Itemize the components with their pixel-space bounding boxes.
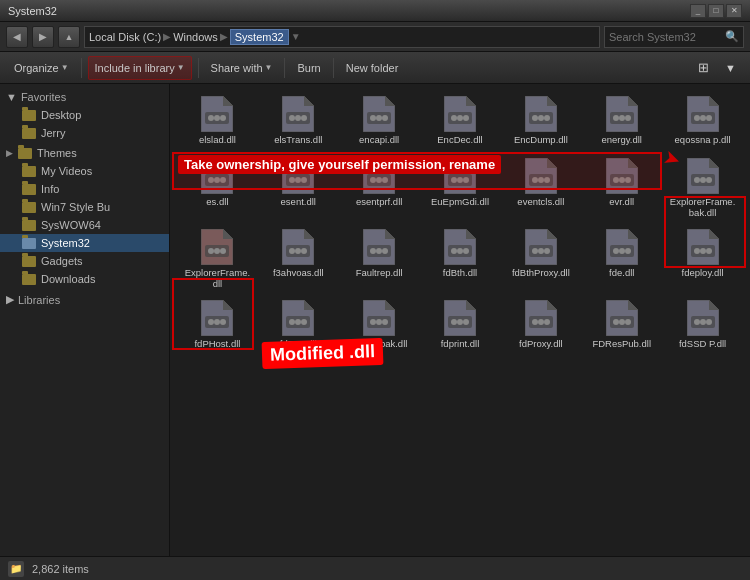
- svg-point-123: [694, 248, 700, 254]
- sidebar-item-downloads[interactable]: Downloads: [0, 270, 169, 288]
- svg-marker-97: [385, 229, 395, 239]
- list-item[interactable]: es.dll: [178, 154, 257, 223]
- title-bar: System32 _ □ ✕: [0, 0, 750, 22]
- svg-point-71: [544, 177, 550, 183]
- list-item[interactable]: fdprint.dll: [421, 296, 500, 356]
- svg-point-130: [214, 319, 220, 325]
- svg-point-136: [295, 319, 301, 325]
- list-item[interactable]: eqossna p.dll: [663, 92, 742, 152]
- sidebar-item-desktop[interactable]: Desktop: [0, 106, 169, 124]
- svg-point-15: [370, 115, 376, 121]
- close-button[interactable]: ✕: [726, 4, 742, 18]
- list-item[interactable]: EuEpmGdi.dll: [421, 154, 500, 223]
- folder-icon: [22, 110, 36, 121]
- svg-point-165: [694, 319, 700, 325]
- sidebar-item-win7style[interactable]: Win7 Style Bu: [0, 198, 169, 216]
- sidebar-item-themes[interactable]: ▶ Themes: [0, 144, 169, 162]
- svg-point-34: [619, 115, 625, 121]
- view-toggle-button[interactable]: ⊞: [692, 56, 715, 80]
- breadcrumb-windows[interactable]: Windows: [173, 31, 218, 43]
- dll-icon: [444, 300, 476, 336]
- breadcrumb-localdisk[interactable]: Local Disk (C:): [89, 31, 161, 43]
- list-item[interactable]: fdPHost.dll: [178, 296, 257, 356]
- list-item[interactable]: evr.dll: [582, 154, 661, 223]
- list-item[interactable]: esent.dll: [259, 154, 338, 223]
- libraries-header[interactable]: ▶ Libraries: [0, 290, 169, 309]
- search-box[interactable]: 🔍: [604, 26, 744, 48]
- dll-icon: [282, 158, 314, 194]
- sidebar-item-system32[interactable]: System32: [0, 234, 169, 252]
- dll-icon: [606, 96, 638, 132]
- list-item[interactable]: fde.dll: [582, 225, 661, 294]
- minimize-button[interactable]: _: [690, 4, 706, 18]
- list-item[interactable]: elslad.dll: [178, 92, 257, 152]
- svg-point-95: [301, 248, 307, 254]
- svg-point-11: [301, 115, 307, 121]
- svg-point-35: [625, 115, 631, 121]
- toolbar-separator-3: [284, 58, 285, 78]
- dll-icon: [201, 158, 233, 194]
- burn-button[interactable]: Burn: [291, 56, 326, 80]
- list-item[interactable]: fdprint.bak.dll: [340, 296, 419, 356]
- list-item[interactable]: fdPnp.dll: [259, 296, 338, 356]
- list-item[interactable]: elsTrans.dll: [259, 92, 338, 152]
- dll-icon: [201, 300, 233, 336]
- svg-point-82: [700, 177, 706, 183]
- file-name: elsTrans.dll: [274, 134, 322, 145]
- details-button[interactable]: ▼: [719, 56, 742, 80]
- new-folder-button[interactable]: New folder: [340, 56, 405, 80]
- list-item[interactable]: fdSSD P.dll: [663, 296, 742, 356]
- sidebar-item-myvideos[interactable]: My Videos: [0, 162, 169, 180]
- file-name: evr.dll: [609, 196, 634, 207]
- include-library-button[interactable]: Include in library ▼: [88, 56, 192, 80]
- breadcrumb-system32[interactable]: System32: [230, 29, 289, 45]
- search-input[interactable]: [609, 31, 725, 43]
- list-item[interactable]: fdProxy.dll: [501, 296, 580, 356]
- file-name: fdBth.dll: [443, 267, 477, 278]
- svg-point-59: [382, 177, 388, 183]
- dll-icon: [687, 158, 719, 194]
- list-item[interactable]: EncDec.dll: [421, 92, 500, 152]
- item-count: 2,862 items: [32, 563, 89, 575]
- maximize-button[interactable]: □: [708, 4, 724, 18]
- svg-point-131: [220, 319, 226, 325]
- share-with-button[interactable]: Share with ▼: [205, 56, 279, 80]
- back-button[interactable]: ◀: [6, 26, 28, 48]
- sidebar-item-jerry[interactable]: Jerry: [0, 124, 169, 142]
- file-name: FDResPub.dll: [592, 338, 651, 349]
- svg-point-46: [214, 177, 220, 183]
- list-item[interactable]: ExplorerFrame.dll: [178, 225, 257, 294]
- list-item[interactable]: esentprf.dll: [340, 154, 419, 223]
- sidebar: ▼ Favorites Desktop Jerry ▶ Themes My Vi…: [0, 84, 170, 556]
- list-item[interactable]: fdBthProxy.dll: [501, 225, 580, 294]
- list-item[interactable]: fdBth.dll: [421, 225, 500, 294]
- arrow-icon: ▶: [6, 148, 13, 158]
- up-button[interactable]: ▲: [58, 26, 80, 48]
- svg-point-94: [295, 248, 301, 254]
- svg-point-65: [463, 177, 469, 183]
- list-item[interactable]: energy.dll: [582, 92, 661, 152]
- sidebar-item-info[interactable]: Info: [0, 180, 169, 198]
- list-item[interactable]: EncDump.dll: [501, 92, 580, 152]
- folder-icon: [22, 128, 36, 139]
- list-item[interactable]: encapi.dll: [340, 92, 419, 152]
- favorites-section: ▼ Favorites Desktop Jerry: [0, 88, 169, 142]
- include-library-arrow: ▼: [177, 63, 185, 72]
- list-item[interactable]: f3ahvoas.dll: [259, 225, 338, 294]
- svg-point-135: [289, 319, 295, 325]
- sidebar-item-gadgets[interactable]: Gadgets: [0, 252, 169, 270]
- list-item[interactable]: Faultrep.dll: [340, 225, 419, 294]
- list-item[interactable]: fdeploy.dll: [663, 225, 742, 294]
- svg-point-75: [613, 177, 619, 183]
- sidebar-item-syswow64[interactable]: SysWOW64: [0, 216, 169, 234]
- svg-point-88: [214, 248, 220, 254]
- list-item[interactable]: eventcls.dll: [501, 154, 580, 223]
- list-item[interactable]: ExplorerFrame.bak.dll: [663, 154, 742, 223]
- window-controls: _ □ ✕: [690, 4, 742, 18]
- svg-point-117: [613, 248, 619, 254]
- list-item[interactable]: FDResPub.dll: [582, 296, 661, 356]
- favorites-header[interactable]: ▼ Favorites: [0, 88, 169, 106]
- forward-button[interactable]: ▶: [32, 26, 54, 48]
- svg-marker-121: [709, 229, 719, 239]
- organize-button[interactable]: Organize ▼: [8, 56, 75, 80]
